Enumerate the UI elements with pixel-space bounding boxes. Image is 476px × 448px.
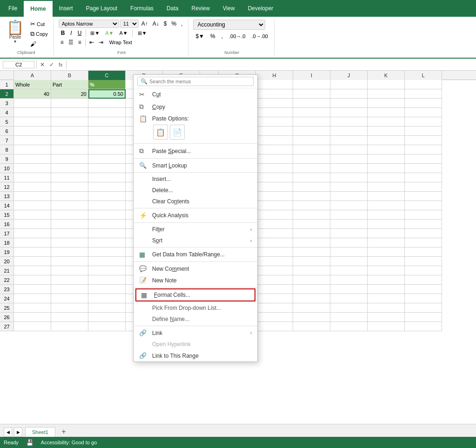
- cell-b11[interactable]: [51, 173, 88, 182]
- cell-l22[interactable]: [405, 275, 442, 285]
- cell-b22[interactable]: [51, 275, 88, 285]
- cell-k23[interactable]: [368, 285, 405, 294]
- cell-i26[interactable]: [293, 313, 330, 322]
- cell-l1[interactable]: [405, 80, 442, 89]
- paste-format-btn[interactable]: 📄: [170, 125, 185, 140]
- cell-h11[interactable]: [256, 173, 293, 182]
- row-header-14[interactable]: 14: [0, 201, 14, 210]
- col-header-a[interactable]: A: [14, 71, 51, 80]
- row-header-5[interactable]: 5: [0, 117, 14, 127]
- cell-l21[interactable]: [405, 266, 442, 275]
- row-header-16[interactable]: 16: [0, 220, 14, 229]
- context-menu-get-data[interactable]: ▦ Get Data from Table/Range...: [134, 248, 257, 261]
- cell-a9[interactable]: [14, 154, 51, 164]
- row-header-17[interactable]: 17: [0, 229, 14, 238]
- cell-l17[interactable]: [405, 229, 442, 238]
- cell-k12[interactable]: [368, 182, 405, 192]
- cell-b12[interactable]: [51, 182, 88, 192]
- cell-j2[interactable]: [330, 89, 368, 99]
- cell-b2[interactable]: 20: [51, 89, 88, 99]
- cell-c12[interactable]: [88, 182, 126, 192]
- cell-j26[interactable]: [330, 313, 368, 322]
- align-left-btn[interactable]: ≡: [59, 38, 66, 47]
- row-header-15[interactable]: 15: [0, 210, 14, 220]
- cell-a26[interactable]: [14, 313, 51, 322]
- row-header-20[interactable]: 20: [0, 257, 14, 266]
- cell-c8[interactable]: [88, 145, 126, 154]
- cell-h18[interactable]: [256, 238, 293, 247]
- sheet-tab-sheet1[interactable]: Sheet1: [25, 427, 55, 437]
- cell-a19[interactable]: [14, 247, 51, 257]
- cell-j5[interactable]: [330, 117, 368, 127]
- row-header-6[interactable]: 6: [0, 127, 14, 136]
- cell-j14[interactable]: [330, 201, 368, 210]
- row-header-19[interactable]: 19: [0, 247, 14, 257]
- cell-k25[interactable]: [368, 303, 405, 313]
- bold-button[interactable]: B: [59, 29, 67, 37]
- cell-j10[interactable]: [330, 164, 368, 173]
- cell-b25[interactable]: [51, 303, 88, 313]
- cell-c6[interactable]: [88, 127, 126, 136]
- cell-b24[interactable]: [51, 294, 88, 303]
- increase-font-icon[interactable]: A↑: [140, 20, 150, 28]
- cell-l27[interactable]: [405, 322, 442, 331]
- context-menu-copy[interactable]: ⧉ Copy: [134, 100, 257, 113]
- cell-i14[interactable]: [293, 201, 330, 210]
- cell-h15[interactable]: [256, 210, 293, 220]
- cell-k10[interactable]: [368, 164, 405, 173]
- fill-color-button[interactable]: A▼: [103, 29, 116, 37]
- col-header-k[interactable]: K: [368, 71, 405, 80]
- col-header-c[interactable]: C: [88, 71, 126, 80]
- cell-h21[interactable]: [256, 266, 293, 275]
- context-menu-define-name[interactable]: Define Name...: [134, 314, 257, 325]
- borders-button[interactable]: ⊞▼: [88, 29, 102, 37]
- cut-button[interactable]: ✂Cut: [28, 20, 50, 28]
- cell-c15[interactable]: [88, 210, 126, 220]
- cell-reference-box[interactable]: [3, 61, 34, 68]
- cell-b20[interactable]: [51, 257, 88, 266]
- context-menu-link-to-range[interactable]: 🔗 Link to This Range: [134, 350, 257, 361]
- context-menu-insert[interactable]: Insert...: [134, 174, 257, 185]
- percent-icon[interactable]: %: [169, 20, 178, 28]
- increase-decimal-btn[interactable]: .0→.00: [249, 32, 270, 40]
- cell-i2[interactable]: [293, 89, 330, 99]
- cell-j16[interactable]: [330, 220, 368, 229]
- decrease-indent-btn[interactable]: ⇤: [87, 38, 96, 47]
- cell-j22[interactable]: [330, 275, 368, 285]
- cell-i15[interactable]: [293, 210, 330, 220]
- row-header-3[interactable]: 3: [0, 99, 14, 108]
- cell-a10[interactable]: [14, 164, 51, 173]
- tab-formulas[interactable]: Formulas: [124, 0, 160, 17]
- cell-a13[interactable]: [14, 192, 51, 201]
- cell-j4[interactable]: [330, 108, 368, 117]
- cell-b1[interactable]: Part: [51, 80, 88, 89]
- cell-b3[interactable]: [51, 99, 88, 108]
- cell-i17[interactable]: [293, 229, 330, 238]
- cell-i16[interactable]: [293, 220, 330, 229]
- row-header-8[interactable]: 8: [0, 145, 14, 154]
- cell-c26[interactable]: [88, 313, 126, 322]
- col-header-l[interactable]: L: [405, 71, 442, 80]
- save-icon[interactable]: 💾: [26, 439, 34, 446]
- cell-c27[interactable]: [88, 322, 126, 331]
- context-menu-delete[interactable]: Delete...: [134, 185, 257, 196]
- context-menu-sort[interactable]: Sort ›: [134, 235, 257, 246]
- formula-input[interactable]: [68, 61, 473, 68]
- cell-i10[interactable]: [293, 164, 330, 173]
- cell-a3[interactable]: [14, 99, 51, 108]
- cell-h8[interactable]: [256, 145, 293, 154]
- context-menu-new-comment[interactable]: 💬 New Comment: [134, 263, 257, 274]
- wrap-text-btn[interactable]: Wrap Text: [106, 39, 135, 46]
- confirm-formula-icon[interactable]: ✓: [48, 61, 55, 68]
- comma-icon[interactable]: ,: [179, 20, 184, 28]
- cell-j15[interactable]: [330, 210, 368, 220]
- comma-format-btn[interactable]: ,: [219, 32, 225, 41]
- cell-b8[interactable]: [51, 145, 88, 154]
- cell-h12[interactable]: [256, 182, 293, 192]
- cell-a27[interactable]: [14, 322, 51, 331]
- cell-k22[interactable]: [368, 275, 405, 285]
- cell-l13[interactable]: [405, 192, 442, 201]
- cell-a21[interactable]: [14, 266, 51, 275]
- cell-h2[interactable]: [256, 89, 293, 99]
- cell-a16[interactable]: [14, 220, 51, 229]
